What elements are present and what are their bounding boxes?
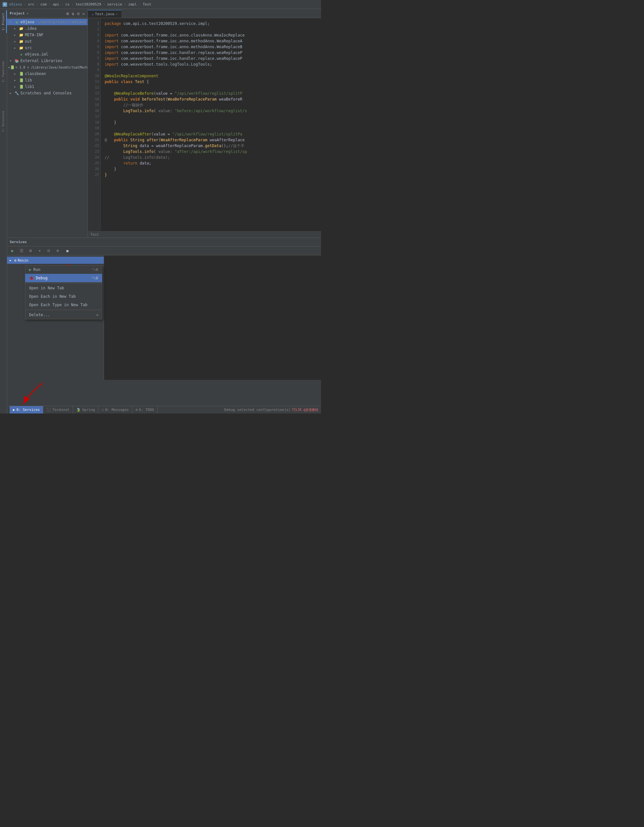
tree-arrow: ▼ <box>10 21 14 23</box>
messages-tab-icon: ☐ <box>102 408 104 412</box>
close-icon[interactable]: ✕ <box>82 11 85 16</box>
code-line-7: import com.weaverboot.frame.ioc.handler.… <box>105 56 317 61</box>
ctx-delete-text: Delete... <box>29 313 50 317</box>
tree-item-iml[interactable]: ▶ ◈ e9java.iml <box>7 51 87 58</box>
status-tab-messages[interactable]: ☐ 0: Messages <box>98 406 132 414</box>
status-tab-services[interactable]: ▶ 8: Services <box>10 406 43 414</box>
ctx-item-open-each-tab[interactable]: Open Each in New Tab <box>25 292 102 301</box>
layout-icon[interactable]: ⇅ <box>72 11 74 16</box>
services-content: ▶ ⚙ Resin ▶ Run ⌃⇧R <box>7 255 321 380</box>
stop-button[interactable]: ◼ <box>64 247 71 254</box>
tree-arrow: ▼ <box>10 59 14 62</box>
breadcrumb-service: service <box>107 2 122 6</box>
ctx-debug-label: 🐞 Debug <box>29 276 47 280</box>
ctx-separator-1 <box>25 283 102 283</box>
ctx-item-debug[interactable]: 🐞 Debug ⌃⇧D <box>25 274 102 282</box>
ctx-item-open-tab[interactable]: Open in New Tab <box>25 284 102 292</box>
terminal-tab-label: Terminal <box>52 408 70 412</box>
settings-icon[interactable]: ⚙ <box>77 11 79 16</box>
code-line-11: public class Test { <box>105 79 317 85</box>
ctx-item-run[interactable]: ▶ Run ⌃⇧R <box>25 265 102 274</box>
folder-icon: 📁 <box>19 26 24 31</box>
ctx-debug-text: Debug <box>36 276 47 280</box>
panel-dropdown[interactable]: ▾ <box>26 11 29 16</box>
editor-tabs: ☕ Test.java ✕ <box>88 9 321 18</box>
sidebar-item-structure[interactable]: 7: Structure <box>0 110 7 133</box>
tab-test-java[interactable]: ☕ Test.java ✕ <box>88 10 121 18</box>
tree-item-meta[interactable]: ▶ 📁 META-INF <box>7 32 87 38</box>
tree-item-ext-libs[interactable]: ▼ 📚 External Libraries <box>7 58 87 64</box>
sidebar-item-project[interactable]: 1: Project <box>0 10 7 33</box>
sidebar-item-favorites[interactable]: 2: Favorites <box>0 60 7 83</box>
tree-item-e9java[interactable]: ▼ ▣ e9java ~/work/project/e9java <box>7 19 87 25</box>
tree-label-src: src <box>25 45 32 50</box>
debug-icon: 🐞 <box>29 276 34 280</box>
tree-item-src[interactable]: ▶ 📁 src <box>7 45 87 51</box>
code-line-1: package com.api.cs.test20200529.service.… <box>105 21 317 27</box>
code-line-21: @ public String after(WeaAfterReplacePar… <box>105 137 317 143</box>
code-line-14: public void beforeTest(WeaBeforeReplaceP… <box>105 96 317 102</box>
status-tab-spring[interactable]: 🍃 Spring <box>73 406 98 414</box>
ctx-item-open-each-type-tab[interactable]: Open Each Type in New Tab <box>25 301 102 309</box>
context-menu: ▶ Run ⌃⇧R 🐞 Debug ⌃⇧D <box>25 265 103 320</box>
run-icon: ▶ <box>29 267 31 272</box>
code-line-27: } <box>105 172 317 178</box>
status-tab-terminal[interactable]: ⬛ Terminal <box>43 406 73 414</box>
tab-close-button[interactable]: ✕ <box>116 12 118 16</box>
project-tree: ▼ ▣ e9java ~/work/project/e9java ▶ 📁 .id… <box>7 18 87 238</box>
tree-item-lib[interactable]: ▶ 📗 lib <box>7 77 87 83</box>
tree-label-lib: lib <box>25 78 32 83</box>
tree-label-scratches: Scratches and Consoles <box>20 91 72 95</box>
layout-button[interactable]: ⊞ <box>27 247 34 254</box>
tree-item-jdk[interactable]: ▶ 📗 < 1.8 > /Library/Java/JavaVirtualMac… <box>7 64 87 70</box>
services-tab-icon: ▶ <box>13 408 15 412</box>
run-button[interactable]: ▶ <box>9 247 16 254</box>
editor-bottom-label: Test <box>90 232 99 237</box>
side-tabs: 1: Project 2: Favorites 7: Structure <box>0 9 7 414</box>
code-line-26: } <box>105 166 317 172</box>
service-item-resin[interactable]: ▶ ⚙ Resin <box>7 257 104 264</box>
ctx-run-text: Run <box>33 267 40 272</box>
lib-icon: 📗 <box>19 78 24 83</box>
lib-group-icon: 📚 <box>14 59 19 63</box>
tab-icon: ☕ <box>92 12 94 16</box>
tree-item-scratches[interactable]: ▶ 🔧 Scratches and Consoles <box>7 90 87 96</box>
ctx-item-delete[interactable]: Delete... ⌫ <box>25 311 102 319</box>
code-line-13: @WeaReplaceBefore(value = "/api/workflow… <box>105 91 317 96</box>
breadcrumb-api: api <box>53 2 59 6</box>
tree-item-out[interactable]: ▶ 📁 out <box>7 38 87 45</box>
tree-item-idea[interactable]: ▶ 📁 .idea <box>7 25 87 32</box>
filter-button[interactable]: ▾ <box>36 247 43 254</box>
code-line-24: // LogTools.info(data); <box>105 154 317 160</box>
lib-icon: 📗 <box>19 72 24 76</box>
ctx-open-each-tab-label: Open Each in New Tab <box>29 294 76 299</box>
content-area: Project ▾ ⊕ ⇅ ⚙ ✕ ▼ ▣ e9java ~/ <box>7 9 321 414</box>
breadcrumb-impl: impl <box>128 2 137 6</box>
collapse-all-button[interactable]: ☰ <box>18 247 25 254</box>
breadcrumb-test-file: Test <box>143 2 151 6</box>
code-editor[interactable]: package com.api.cs.test20200529.service.… <box>101 18 321 231</box>
terminal-tab-icon: ⬛ <box>47 408 51 412</box>
todo-tab-icon: ≡ <box>135 408 138 412</box>
tree-arrow: ▶ <box>14 27 19 30</box>
tree-item-classbean[interactable]: ▶ 📗 classbean <box>7 70 87 77</box>
lib-icon: 📗 <box>19 84 24 89</box>
breadcrumb-src: src <box>28 2 34 6</box>
spring-tab-label: Spring <box>82 408 95 412</box>
status-tab-todo[interactable]: ≡ 6: TODO <box>132 406 158 414</box>
breadcrumb-com: com <box>40 2 47 6</box>
add-button[interactable]: ⊕ <box>54 247 61 254</box>
tree-item-lib1[interactable]: ▶ 📗 lib1 <box>7 83 87 90</box>
tree-arrow: ▶ <box>14 34 19 36</box>
locate-icon[interactable]: ⊕ <box>66 11 69 16</box>
services-section: Services ▶ ☰ ⊞ ▾ ⊟ ⊕ ◼ ▶ ⚙ Resin <box>7 238 321 406</box>
network-button[interactable]: ⊟ <box>45 247 52 254</box>
code-line-8: import com.weaverboot.tools.logTools.Log… <box>105 61 317 67</box>
title-bar: e e9java › src › com › api › cs › test20… <box>0 0 321 9</box>
arrow-indicator-2 <box>17 380 49 406</box>
editor-content: 12345 678910 1112131415 1617181920 21222… <box>88 18 321 231</box>
folder-icon: 📁 <box>19 33 24 37</box>
ctx-separator-2 <box>25 310 102 310</box>
code-line-19 <box>105 125 317 131</box>
tree-label-out: out <box>25 39 32 44</box>
